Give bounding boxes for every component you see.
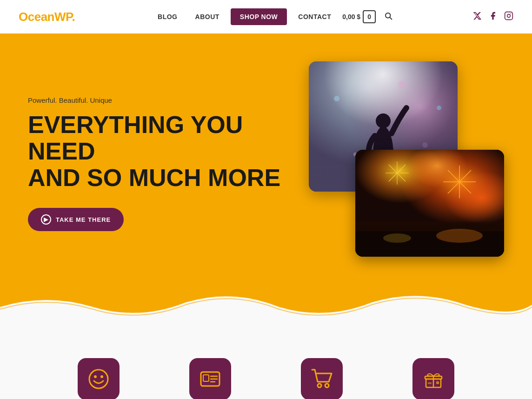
hero-title-line1: EVERYTHING YOU NEED (28, 111, 243, 165)
logo-text: OceanWP (19, 10, 72, 24)
feature-icon-multi-purpose (78, 358, 120, 399)
feature-multi-purpose: Multi-Purpose Theme (52, 358, 145, 399)
svg-point-49 (318, 384, 321, 387)
main-nav: BLOG ABOUT SHOP NOW CONTACT 0,00 $ 0 (151, 8, 396, 25)
nav-shop[interactable]: SHOP NOW (231, 8, 287, 25)
svg-point-42 (94, 375, 97, 378)
hero-section: Powerful. Beautiful. Unique EVERYTHING Y… (0, 33, 532, 294)
cart-button[interactable]: 0,00 $ 0 (342, 10, 376, 23)
hero-title: EVERYTHING YOU NEED AND SO MUCH MORE (28, 112, 281, 192)
cta-circle-icon: ▶ (41, 214, 51, 225)
svg-rect-54 (436, 381, 439, 384)
hero-cta-label: TAKE ME THERE (56, 216, 111, 223)
nav-blog[interactable]: BLOG (151, 9, 184, 24)
svg-rect-38 (355, 222, 504, 231)
wave-divider (0, 293, 532, 330)
svg-point-10 (376, 113, 391, 128)
search-button[interactable] (380, 10, 396, 24)
nav-contact[interactable]: CONTACT (292, 9, 338, 24)
feature-icon-elementor (189, 358, 231, 399)
svg-rect-55 (428, 382, 432, 384)
svg-rect-45 (203, 375, 209, 381)
feature-icon-ecommerce (301, 358, 343, 399)
nav-about[interactable]: ABOUT (189, 9, 226, 24)
twitter-icon[interactable] (472, 11, 482, 23)
facebook-icon[interactable] (488, 11, 498, 23)
svg-point-15 (422, 142, 428, 148)
svg-point-3 (507, 14, 511, 17)
features-section: Multi-Purpose Theme Elementor Ready E-Co… (0, 330, 532, 399)
feature-extras: Superb Extras (387, 358, 480, 399)
svg-point-12 (398, 81, 406, 88)
site-logo[interactable]: OceanWP. (19, 10, 75, 24)
svg-point-13 (437, 106, 441, 110)
svg-line-1 (390, 17, 392, 19)
hero-text-block: Powerful. Beautiful. Unique EVERYTHING Y… (28, 96, 281, 232)
hero-subtitle: Powerful. Beautiful. Unique (28, 96, 281, 104)
hero-images (281, 61, 504, 266)
logo-dot: . (72, 10, 75, 24)
svg-point-11 (334, 96, 339, 101)
feature-elementor: Elementor Ready (164, 358, 257, 399)
svg-point-39 (436, 229, 483, 243)
feature-icon-extras (412, 358, 454, 399)
feature-ecommerce: E-Commerce Ready (275, 358, 368, 399)
site-header: OceanWP. BLOG ABOUT SHOP NOW CONTACT 0,0… (0, 0, 532, 33)
social-links (472, 11, 513, 23)
hero-cta-button[interactable]: ▶ TAKE ME THERE (28, 208, 124, 231)
svg-point-43 (100, 375, 103, 378)
cart-icon: 0 (363, 10, 376, 23)
svg-point-41 (89, 370, 108, 388)
hero-title-line2: AND SO MUCH MORE (28, 164, 280, 191)
svg-point-4 (511, 13, 512, 14)
svg-point-50 (325, 384, 329, 387)
svg-point-40 (383, 233, 411, 243)
svg-rect-2 (505, 12, 513, 20)
hero-image-fireworks (355, 150, 504, 257)
instagram-icon[interactable] (504, 11, 513, 23)
cart-price: 0,00 $ (342, 13, 360, 20)
